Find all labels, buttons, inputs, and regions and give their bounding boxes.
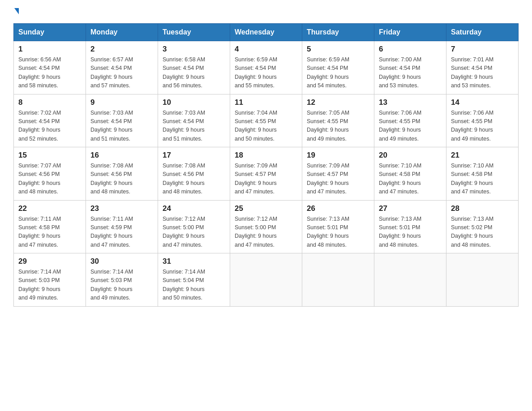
day-number: 11 xyxy=(235,98,297,107)
day-number: 2 xyxy=(90,45,153,54)
calendar-cell: 21Sunrise: 7:10 AMSunset: 4:58 PMDayligh… xyxy=(446,147,519,201)
column-header-monday: Monday xyxy=(86,24,158,41)
day-number: 7 xyxy=(451,45,514,54)
day-number: 6 xyxy=(379,45,442,54)
column-header-thursday: Thursday xyxy=(302,24,374,41)
week-row-4: 22Sunrise: 7:11 AMSunset: 4:58 PMDayligh… xyxy=(14,200,519,253)
calendar-cell: 10Sunrise: 7:03 AMSunset: 4:54 PMDayligh… xyxy=(158,94,230,147)
calendar-cell: 23Sunrise: 7:11 AMSunset: 4:59 PMDayligh… xyxy=(86,200,158,253)
day-number: 16 xyxy=(90,151,153,160)
day-number: 22 xyxy=(18,204,81,213)
day-info: Sunrise: 6:57 AMSunset: 4:54 PMDaylight:… xyxy=(90,56,153,90)
day-number: 18 xyxy=(235,151,297,160)
day-number: 27 xyxy=(379,204,442,213)
day-number: 1 xyxy=(18,45,81,54)
calendar-cell: 16Sunrise: 7:08 AMSunset: 4:56 PMDayligh… xyxy=(86,147,158,201)
calendar-cell: 19Sunrise: 7:09 AMSunset: 4:57 PMDayligh… xyxy=(302,147,374,201)
calendar-cell: 1Sunrise: 6:56 AMSunset: 4:54 PMDaylight… xyxy=(14,41,86,94)
column-header-tuesday: Tuesday xyxy=(158,24,230,41)
calendar-cell: 5Sunrise: 6:59 AMSunset: 4:54 PMDaylight… xyxy=(302,41,374,94)
calendar-cell xyxy=(446,253,519,307)
day-info: Sunrise: 7:06 AMSunset: 4:55 PMDaylight:… xyxy=(379,109,442,144)
day-info: Sunrise: 7:02 AMSunset: 4:54 PMDaylight:… xyxy=(18,109,81,144)
day-info: Sunrise: 7:03 AMSunset: 4:54 PMDaylight:… xyxy=(163,109,225,144)
day-info: Sunrise: 7:13 AMSunset: 5:01 PMDaylight:… xyxy=(307,215,369,250)
day-info: Sunrise: 7:12 AMSunset: 5:00 PMDaylight:… xyxy=(235,215,297,250)
day-number: 9 xyxy=(90,98,153,107)
day-info: Sunrise: 7:13 AMSunset: 5:01 PMDaylight:… xyxy=(379,215,442,250)
calendar-cell: 18Sunrise: 7:09 AMSunset: 4:57 PMDayligh… xyxy=(230,147,302,201)
day-number: 10 xyxy=(163,98,225,107)
day-number: 21 xyxy=(451,151,514,160)
day-info: Sunrise: 7:04 AMSunset: 4:55 PMDaylight:… xyxy=(235,109,297,144)
calendar-cell: 25Sunrise: 7:12 AMSunset: 5:00 PMDayligh… xyxy=(230,200,302,253)
week-row-3: 15Sunrise: 7:07 AMSunset: 4:56 PMDayligh… xyxy=(14,147,519,201)
calendar-cell: 26Sunrise: 7:13 AMSunset: 5:01 PMDayligh… xyxy=(302,200,374,253)
day-info: Sunrise: 7:12 AMSunset: 5:00 PMDaylight:… xyxy=(163,215,225,250)
calendar-cell: 27Sunrise: 7:13 AMSunset: 5:01 PMDayligh… xyxy=(374,200,446,253)
day-info: Sunrise: 6:59 AMSunset: 4:54 PMDaylight:… xyxy=(307,56,369,90)
day-info: Sunrise: 7:08 AMSunset: 4:56 PMDaylight:… xyxy=(163,162,225,197)
day-number: 17 xyxy=(163,151,225,160)
calendar-cell: 7Sunrise: 7:01 AMSunset: 4:54 PMDaylight… xyxy=(446,41,519,94)
calendar-cell: 4Sunrise: 6:59 AMSunset: 4:54 PMDaylight… xyxy=(230,41,302,94)
day-info: Sunrise: 6:56 AMSunset: 4:54 PMDaylight:… xyxy=(18,56,81,90)
week-row-2: 8Sunrise: 7:02 AMSunset: 4:54 PMDaylight… xyxy=(14,94,519,147)
day-number: 30 xyxy=(90,257,153,266)
day-number: 12 xyxy=(307,98,369,107)
page-header xyxy=(13,9,519,15)
calendar-cell: 8Sunrise: 7:02 AMSunset: 4:54 PMDaylight… xyxy=(14,94,86,147)
day-info: Sunrise: 7:09 AMSunset: 4:57 PMDaylight:… xyxy=(307,162,369,197)
calendar-cell: 22Sunrise: 7:11 AMSunset: 4:58 PMDayligh… xyxy=(14,200,86,253)
day-number: 23 xyxy=(90,204,153,213)
calendar-cell: 29Sunrise: 7:14 AMSunset: 5:03 PMDayligh… xyxy=(14,253,86,307)
week-row-1: 1Sunrise: 6:56 AMSunset: 4:54 PMDaylight… xyxy=(14,41,519,94)
day-info: Sunrise: 7:01 AMSunset: 4:54 PMDaylight:… xyxy=(451,56,514,90)
calendar-cell xyxy=(230,253,302,307)
calendar-cell: 15Sunrise: 7:07 AMSunset: 4:56 PMDayligh… xyxy=(14,147,86,201)
calendar-cell: 14Sunrise: 7:06 AMSunset: 4:55 PMDayligh… xyxy=(446,94,519,147)
calendar-cell: 30Sunrise: 7:14 AMSunset: 5:03 PMDayligh… xyxy=(86,253,158,307)
day-info: Sunrise: 7:03 AMSunset: 4:54 PMDaylight:… xyxy=(90,109,153,144)
day-info: Sunrise: 7:13 AMSunset: 5:02 PMDaylight:… xyxy=(451,215,514,250)
day-info: Sunrise: 7:09 AMSunset: 4:57 PMDaylight:… xyxy=(235,162,297,197)
week-row-5: 29Sunrise: 7:14 AMSunset: 5:03 PMDayligh… xyxy=(14,253,519,307)
calendar-cell: 9Sunrise: 7:03 AMSunset: 4:54 PMDaylight… xyxy=(86,94,158,147)
day-info: Sunrise: 7:14 AMSunset: 5:03 PMDaylight:… xyxy=(18,268,81,303)
day-number: 8 xyxy=(18,98,81,107)
calendar-cell xyxy=(374,253,446,307)
day-info: Sunrise: 7:11 AMSunset: 4:59 PMDaylight:… xyxy=(90,215,153,250)
day-number: 25 xyxy=(235,204,297,213)
calendar-cell: 12Sunrise: 7:05 AMSunset: 4:55 PMDayligh… xyxy=(302,94,374,147)
day-info: Sunrise: 7:10 AMSunset: 4:58 PMDaylight:… xyxy=(451,162,514,197)
day-number: 5 xyxy=(307,45,369,54)
calendar-cell: 20Sunrise: 7:10 AMSunset: 4:58 PMDayligh… xyxy=(374,147,446,201)
column-header-sunday: Sunday xyxy=(14,24,86,41)
day-info: Sunrise: 7:14 AMSunset: 5:03 PMDaylight:… xyxy=(90,268,153,303)
calendar-cell: 11Sunrise: 7:04 AMSunset: 4:55 PMDayligh… xyxy=(230,94,302,147)
calendar-cell: 24Sunrise: 7:12 AMSunset: 5:00 PMDayligh… xyxy=(158,200,230,253)
day-number: 15 xyxy=(18,151,81,160)
calendar-cell: 17Sunrise: 7:08 AMSunset: 4:56 PMDayligh… xyxy=(158,147,230,201)
logo-arrow-icon xyxy=(14,8,19,14)
day-number: 14 xyxy=(451,98,514,107)
day-number: 26 xyxy=(307,204,369,213)
calendar-table: SundayMondayTuesdayWednesdayThursdayFrid… xyxy=(13,23,519,307)
day-info: Sunrise: 6:58 AMSunset: 4:54 PMDaylight:… xyxy=(163,56,225,90)
calendar-cell: 2Sunrise: 6:57 AMSunset: 4:54 PMDaylight… xyxy=(86,41,158,94)
calendar-cell xyxy=(302,253,374,307)
day-number: 19 xyxy=(307,151,369,160)
calendar-cell: 13Sunrise: 7:06 AMSunset: 4:55 PMDayligh… xyxy=(374,94,446,147)
day-info: Sunrise: 7:05 AMSunset: 4:55 PMDaylight:… xyxy=(307,109,369,144)
day-info: Sunrise: 7:00 AMSunset: 4:54 PMDaylight:… xyxy=(379,56,442,90)
day-info: Sunrise: 7:08 AMSunset: 4:56 PMDaylight:… xyxy=(90,162,153,197)
day-info: Sunrise: 7:07 AMSunset: 4:56 PMDaylight:… xyxy=(18,162,81,197)
calendar-cell: 3Sunrise: 6:58 AMSunset: 4:54 PMDaylight… xyxy=(158,41,230,94)
day-number: 28 xyxy=(451,204,514,213)
day-number: 13 xyxy=(379,98,442,107)
calendar-header-row: SundayMondayTuesdayWednesdayThursdayFrid… xyxy=(14,24,519,41)
day-number: 3 xyxy=(163,45,225,54)
day-info: Sunrise: 7:10 AMSunset: 4:58 PMDaylight:… xyxy=(379,162,442,197)
calendar-cell: 31Sunrise: 7:14 AMSunset: 5:04 PMDayligh… xyxy=(158,253,230,307)
day-info: Sunrise: 7:11 AMSunset: 4:58 PMDaylight:… xyxy=(18,215,81,250)
